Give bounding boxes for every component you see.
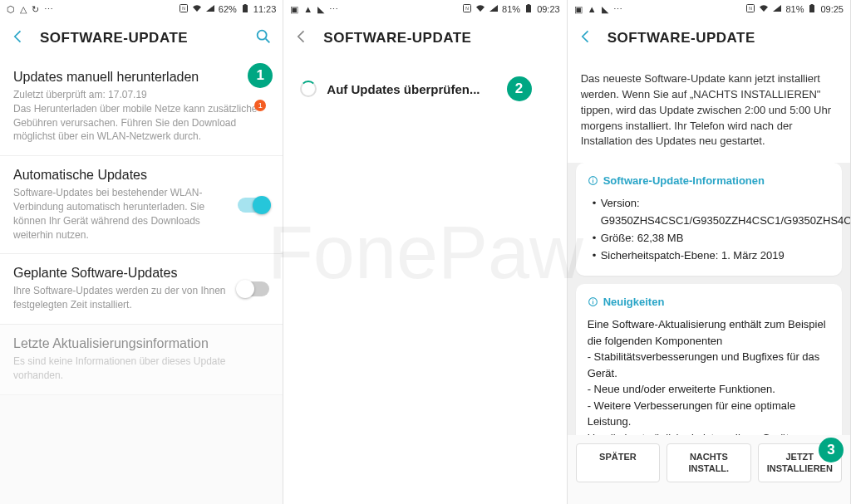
info-icon: [588, 175, 598, 186]
app-header: SOFTWARE-UPDATE: [0, 18, 283, 58]
wifi-icon: [475, 3, 485, 15]
svg-text:N: N: [465, 6, 469, 11]
warning-icon: ▲: [303, 4, 312, 14]
svg-text:N: N: [750, 6, 753, 11]
news-header-text: Neuigkeiten: [603, 296, 665, 308]
item-description: Software-Updates bei bestehender WLAN-Ve…: [13, 186, 228, 242]
svg-line-5: [266, 39, 270, 43]
update-intro: Das neueste Software-Update kann jetzt i…: [568, 58, 850, 163]
alarm-icon: △: [20, 4, 27, 15]
svg-rect-12: [809, 5, 814, 12]
item-subtitle: Zuletzt überprüft am: 17.07.19: [13, 88, 269, 102]
manual-download-item[interactable]: Updates manuell herunterladen Zuletzt üb…: [0, 58, 283, 156]
more-icon: ⋯: [613, 4, 622, 15]
image-icon: ▣: [574, 4, 583, 15]
spinner-icon: [300, 81, 317, 97]
nfc-icon: N: [745, 3, 755, 15]
checking-text: Auf Updates überprüfen...: [327, 82, 480, 96]
nfc-icon: N: [179, 3, 189, 15]
sync-icon: ↻: [32, 4, 39, 15]
search-button[interactable]: [254, 27, 273, 49]
svg-point-19: [593, 300, 593, 301]
wifi-icon: [759, 3, 769, 15]
svg-point-16: [593, 178, 593, 179]
update-details: Das neueste Software-Update kann jetzt i…: [568, 58, 850, 435]
battery-pct: 81%: [785, 4, 804, 14]
wifi-icon: [192, 3, 202, 15]
back-button[interactable]: [293, 28, 310, 48]
flag-icon: ◣: [602, 4, 608, 15]
item-title: Automatische Updates: [13, 168, 228, 183]
signal-icon: [205, 3, 215, 15]
phone-screen-1: ⬡ △ ↻ ⋯ N 62% 11:23 SOFTWARE-UPDATE Upda…: [0, 0, 283, 504]
patch-text: Sicherheitspatch-Ebene: 1. März 2019: [593, 247, 830, 265]
item-title: Updates manuell herunterladen: [13, 70, 269, 85]
svg-rect-2: [243, 5, 248, 12]
battery-icon: [240, 3, 250, 15]
later-button[interactable]: SPÄTER: [576, 443, 660, 482]
news-header: Neuigkeiten: [588, 296, 830, 308]
action-buttons: SPÄTER NACHTS INSTALL. JETZT INSTALLIERE…: [568, 435, 850, 491]
size-text: Größe: 62,38 MB: [593, 230, 830, 247]
clock-text: 09:23: [537, 4, 560, 14]
battery-pct: 81%: [502, 4, 520, 14]
item-description: Ihre Software-Updates werden zu der von …: [13, 284, 228, 312]
item-title: Letzte Aktualisierungsinformation: [13, 336, 269, 351]
clock-text: 11:23: [253, 4, 277, 14]
auto-updates-item[interactable]: Automatische Updates Software-Updates be…: [0, 156, 283, 254]
checking-row: Auf Updates überprüfen... 2: [283, 58, 566, 120]
warning-icon: ▲: [588, 4, 597, 14]
info-header-text: Software-Update-Informationen: [603, 174, 765, 187]
svg-rect-8: [526, 5, 531, 12]
more-icon: ⋯: [329, 4, 338, 15]
svg-rect-9: [528, 4, 530, 5]
auto-updates-toggle[interactable]: [238, 198, 269, 213]
page-title: SOFTWARE-UPDATE: [323, 30, 471, 46]
install-night-button[interactable]: NACHTS INSTALL.: [667, 443, 750, 482]
settings-list: Updates manuell herunterladen Zuletzt üb…: [0, 58, 283, 504]
info-header: Software-Update-Informationen: [588, 174, 830, 187]
scheduled-updates-item[interactable]: Geplante Software-Updates Ihre Software-…: [0, 254, 283, 325]
news-card: Neuigkeiten Eine Software-Aktualisierung…: [576, 284, 842, 435]
item-description: Das Herunterladen über mobile Netze kann…: [13, 102, 269, 144]
last-update-info-item: Letzte Aktualisierungsinformation Es sin…: [0, 325, 283, 395]
status-bar: ▣ ▲ ◣ ⋯ N 81% 09:25: [568, 0, 850, 18]
info-icon: [588, 296, 598, 307]
status-bar: ▣ ▲ ◣ ⋯ N 81% 09:23: [283, 0, 566, 18]
scheduled-updates-toggle[interactable]: [238, 281, 269, 296]
page-title: SOFTWARE-UPDATE: [608, 30, 755, 46]
battery-icon: [807, 3, 817, 15]
step-badge-2: 2: [507, 76, 532, 101]
image-icon: ▣: [290, 4, 298, 15]
intro-text: Das neueste Software-Update kann jetzt i…: [581, 71, 837, 149]
svg-rect-13: [811, 4, 814, 5]
signal-icon: [772, 3, 782, 15]
back-button[interactable]: [10, 28, 27, 48]
svg-point-4: [258, 31, 267, 40]
nfc-icon: N: [462, 3, 472, 15]
item-description: Es sind keine Informationen über dieses …: [13, 355, 269, 383]
battery-icon: [524, 3, 534, 15]
phone-screen-2: ▣ ▲ ◣ ⋯ N 81% 09:23 SOFTWARE-UPDATE Auf …: [283, 0, 567, 504]
svg-rect-3: [243, 4, 246, 5]
version-text: Version: G9350ZHS4CSC1/G9350ZZH4CSC1/G93…: [593, 195, 830, 230]
flag-icon: ◣: [317, 4, 324, 15]
fingerprint-icon: ⬡: [7, 4, 15, 15]
page-title: SOFTWARE-UPDATE: [40, 30, 188, 46]
checking-screen: Auf Updates überprüfen... 2: [283, 58, 566, 504]
svg-text:N: N: [182, 6, 185, 11]
more-icon: ⋯: [44, 4, 53, 15]
news-body-text: Eine Software-Aktualisierung enthält zum…: [588, 316, 830, 435]
phone-screen-3: ▣ ▲ ◣ ⋯ N 81% 09:25 SOFTWARE-UPDATE Das …: [568, 0, 851, 504]
app-header: SOFTWARE-UPDATE: [283, 18, 566, 58]
status-bar: ⬡ △ ↻ ⋯ N 62% 11:23: [0, 0, 283, 18]
item-title: Geplante Software-Updates: [13, 266, 228, 281]
app-header: SOFTWARE-UPDATE: [568, 18, 850, 58]
update-info-card: Software-Update-Informationen Version: G…: [576, 163, 842, 276]
battery-pct: 62%: [219, 4, 237, 14]
signal-icon: [489, 3, 499, 15]
back-button[interactable]: [578, 28, 594, 48]
step-badge-3: 3: [819, 438, 844, 462]
clock-text: 09:25: [820, 4, 844, 14]
